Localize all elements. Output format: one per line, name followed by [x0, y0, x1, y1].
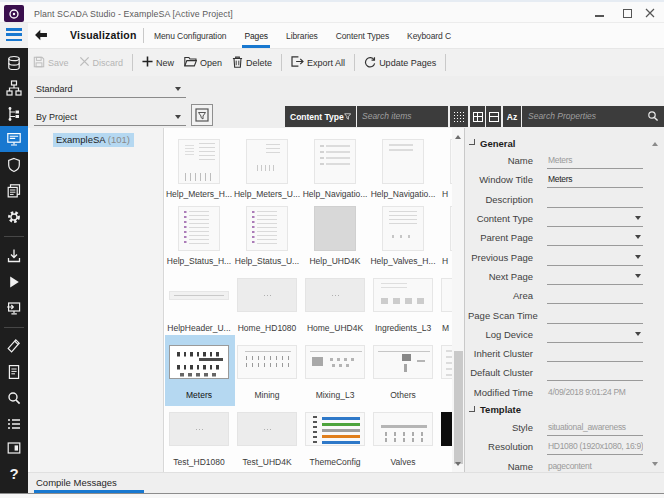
property-value-field[interactable]	[547, 191, 643, 208]
property-row-log-device: Log Device	[468, 325, 646, 344]
compile-messages-tab[interactable]: Compile Messages	[36, 477, 117, 488]
section-header-general[interactable]: General	[468, 135, 646, 151]
page-tile-h[interactable]: H	[437, 136, 452, 203]
page-tile-help-status-u-[interactable]: Help_Status_U...	[233, 203, 301, 270]
property-value-field[interactable]: Meters	[547, 152, 643, 169]
property-row-name: NameMeters	[468, 151, 646, 170]
sidebar-item-logs[interactable]	[0, 359, 28, 385]
property-value-field[interactable]	[547, 307, 643, 324]
discard-button[interactable]: Discard	[74, 56, 129, 69]
sidebar-item-reports[interactable]	[0, 178, 28, 204]
page-tile-test-hd1080[interactable]: Test_HD1080	[165, 404, 233, 471]
export-all-button[interactable]: Export All	[286, 56, 350, 69]
props-scroll-up-icon[interactable]	[652, 142, 658, 146]
sidebar-item-system-model[interactable]	[0, 75, 28, 101]
update-pages-button[interactable]: Update Pages	[359, 56, 441, 70]
tab-libraries[interactable]: Libraries	[284, 24, 320, 48]
sidebar-item-tags[interactable]	[0, 101, 28, 127]
horizontal-view-button[interactable]	[486, 106, 501, 127]
page-tile-home-hd1080[interactable]: Home_HD1080	[233, 270, 301, 337]
sidebar-item-deploy[interactable]	[0, 295, 28, 321]
tab-keyboard-c[interactable]: Keyboard C	[405, 24, 453, 48]
page-tile-helpheader-u-[interactable]: HelpHeader_U...	[165, 270, 233, 337]
tree-item-examplesa[interactable]: ExampleSA (101)	[53, 133, 134, 147]
maximize-button[interactable]	[618, 5, 636, 21]
play-icon	[6, 274, 22, 290]
page-tile-help-navigatio-[interactable]: Help_Navigatio...	[301, 136, 369, 203]
search-items-input[interactable]: Search items	[357, 106, 448, 127]
search-properties-input[interactable]: Search Properties	[522, 106, 664, 127]
property-value-field[interactable]	[547, 345, 643, 362]
property-value-field[interactable]: situational_awareness	[547, 419, 643, 436]
open-button[interactable]: Open	[179, 56, 227, 69]
scrollbar-thumb[interactable]	[454, 351, 463, 464]
sidebar-item-visualization[interactable]	[0, 126, 28, 152]
property-value-field[interactable]: HD1080 (1920x1080, 16:9)	[547, 438, 643, 455]
page-tile-help-valves-h-[interactable]: Help_Valves_H...	[369, 203, 437, 270]
page-tile-help-navigatio-[interactable]: Help_Navigatio...	[369, 136, 437, 203]
hsplit-icon	[489, 112, 499, 122]
sidebar-item-analyst[interactable]	[0, 333, 28, 359]
tree-filter-button[interactable]	[191, 104, 213, 126]
sidebar-item-setup[interactable]	[0, 204, 28, 230]
thumbnail-view-button[interactable]	[450, 106, 468, 127]
page-tile-ingredients-l3[interactable]: Ingredients_L3	[369, 270, 437, 337]
page-tile-h[interactable]: H	[437, 203, 452, 270]
props-scroll-down-icon[interactable]	[652, 462, 658, 466]
page-tile-home-uhd4k[interactable]: Home_UHD4K	[301, 270, 369, 337]
monitor-icon	[6, 131, 22, 147]
page-tile[interactable]	[437, 404, 452, 471]
sidebar-item-topology[interactable]	[0, 50, 28, 76]
property-value-field[interactable]	[547, 229, 643, 246]
property-value-field[interactable]	[547, 287, 643, 304]
sort-az-button[interactable]: Az	[503, 106, 521, 127]
property-value-field[interactable]: 4/09/2018 9:01:24 PM	[547, 384, 643, 401]
page-tile-label: Meters	[165, 390, 233, 400]
split-view-button[interactable]	[470, 106, 485, 127]
page-tile-help-meters-h-[interactable]: Help_Meters_H...	[165, 136, 233, 203]
sidebar-item-list[interactable]	[0, 411, 28, 437]
page-tile-help-meters-u-[interactable]: Help_Meters_U...	[233, 136, 301, 203]
tab-pages[interactable]: Pages	[242, 24, 270, 48]
sidebar-item-run[interactable]	[0, 269, 28, 295]
sidebar-item-find[interactable]	[0, 385, 28, 411]
page-tile[interactable]	[437, 337, 452, 404]
property-value-field[interactable]: Meters	[547, 171, 643, 188]
sidebar-item-help[interactable]: ?	[0, 460, 28, 486]
page-tile-mixing-l3[interactable]: Mixing_L3	[301, 337, 369, 404]
page-tile-meters[interactable]: Meters	[165, 337, 233, 404]
tab-menu-configuration[interactable]: Menu Configuration	[152, 24, 228, 48]
sidebar-item-download[interactable]	[0, 243, 28, 269]
scroll-up-icon[interactable]	[455, 135, 461, 139]
grid-scrollbar[interactable]	[452, 128, 464, 472]
page-tile-label: Help_Meters_H...	[165, 189, 233, 199]
back-button[interactable]	[34, 28, 48, 42]
property-value-field[interactable]	[547, 210, 643, 227]
new-button[interactable]: New	[137, 56, 179, 69]
hamburger-menu-icon[interactable]	[6, 28, 22, 44]
sidebar-item-security[interactable]	[0, 152, 28, 178]
property-value-field[interactable]	[547, 364, 643, 381]
content-type-filter-button[interactable]: Content Type	[285, 106, 356, 127]
style-select[interactable]: Standard	[34, 80, 186, 98]
page-tile-m[interactable]: M	[437, 270, 452, 337]
scroll-down-icon[interactable]	[455, 462, 461, 466]
property-value-field[interactable]	[547, 326, 643, 343]
page-tile-help-uhd4k[interactable]: Help_UHD4K	[301, 203, 369, 270]
page-tile-help-status-h-[interactable]: Help_Status_H...	[165, 203, 233, 270]
minimize-button[interactable]	[590, 5, 608, 21]
page-tile-others[interactable]: Others	[369, 337, 437, 404]
page-tile-test-uhd4k[interactable]: Test_UHD4K	[233, 404, 301, 471]
tab-content-types[interactable]: Content Types	[334, 24, 391, 48]
property-value-field[interactable]	[547, 268, 643, 285]
page-tile-mining[interactable]: Mining	[233, 337, 301, 404]
section-header-template[interactable]: Template	[468, 402, 646, 418]
page-tile-themeconfig[interactable]: ThemeConfig	[301, 404, 369, 471]
delete-button[interactable]: Delete	[227, 56, 277, 70]
close-button[interactable]	[641, 5, 659, 21]
save-button[interactable]: Save	[28, 56, 74, 70]
page-tile-valves[interactable]: Valves	[369, 404, 437, 471]
sidebar-item-panel[interactable]	[0, 435, 28, 461]
group-by-select[interactable]: By Project	[34, 106, 186, 126]
property-value-field[interactable]	[547, 249, 643, 266]
